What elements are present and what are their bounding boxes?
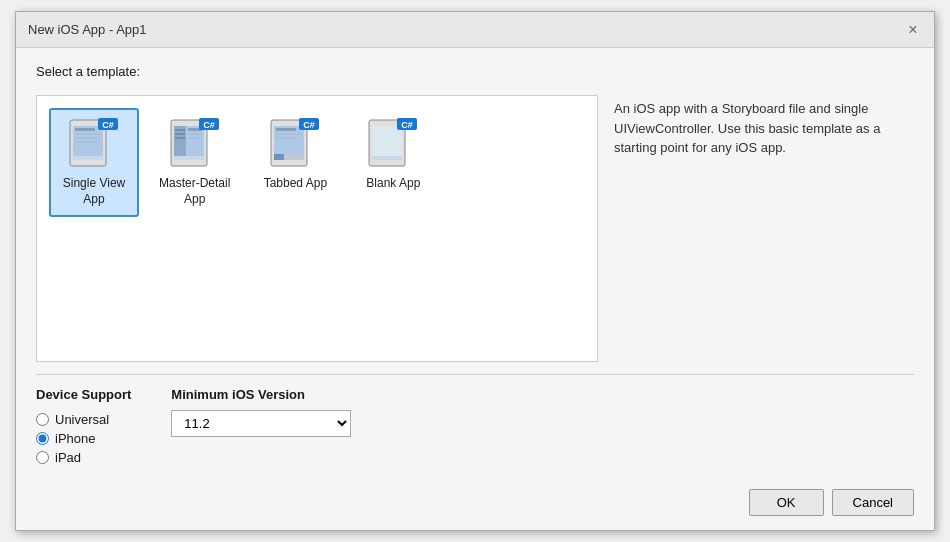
cancel-button[interactable]: Cancel [832,489,914,516]
svg-rect-29 [294,154,304,160]
svg-text:C#: C# [203,120,215,130]
dialog-footer: OK Cancel [16,479,934,530]
template-single-view[interactable]: C# Single ViewApp [49,108,139,217]
template-panel: C# Single ViewApp [36,95,598,362]
radio-ipad[interactable]: iPad [36,450,131,465]
svg-rect-27 [274,154,284,160]
master-detail-icon: C# [167,118,223,170]
svg-rect-25 [276,137,298,139]
radio-ipad-input[interactable] [36,451,49,464]
svg-rect-24 [276,133,302,135]
svg-rect-6 [73,156,103,160]
ios-version-select[interactable]: 8.0 9.0 10.0 11.0 11.1 11.2 11.3 [171,410,351,437]
svg-rect-3 [75,133,101,135]
tabbed-app-label: Tabbed App [264,176,327,192]
device-support-title: Device Support [36,387,131,402]
close-button[interactable]: × [904,21,922,39]
svg-text:C#: C# [402,120,414,130]
main-content: C# Single ViewApp [36,95,914,362]
new-ios-app-dialog: New iOS App - App1 × Select a template: [15,11,935,531]
svg-rect-12 [175,129,185,131]
single-view-label: Single ViewApp [63,176,125,207]
dialog-body: Select a template: [16,48,934,479]
device-radio-group: Universal iPhone iPad [36,412,131,465]
svg-rect-5 [75,141,99,143]
svg-rect-23 [276,128,296,131]
template-grid: C# Single ViewApp [49,108,585,217]
template-description: An iOS app with a Storyboard file and si… [614,101,880,155]
svg-rect-17 [188,137,200,139]
ok-button[interactable]: OK [749,489,824,516]
radio-iphone-input[interactable] [36,432,49,445]
svg-rect-13 [175,133,185,135]
bottom-section: Device Support Universal iPhone iPad [36,374,914,465]
svg-text:C#: C# [304,120,316,130]
blank-app-icon: C# [365,118,421,170]
title-bar: New iOS App - App1 × [16,12,934,48]
min-ios-title: Minimum iOS Version [171,387,351,402]
svg-rect-11 [174,126,186,160]
svg-rect-28 [284,154,294,160]
tabbed-app-icon: C# [267,118,323,170]
svg-rect-2 [75,128,95,131]
radio-iphone[interactable]: iPhone [36,431,131,446]
dialog-title: New iOS App - App1 [28,22,147,37]
svg-rect-34 [372,156,402,160]
svg-rect-16 [188,133,202,135]
device-support-section: Device Support Universal iPhone iPad [36,387,131,465]
template-blank-app[interactable]: C# Blank App [348,108,438,202]
master-detail-label: Master-DetailApp [159,176,230,207]
svg-rect-33 [372,126,402,160]
min-ios-section: Minimum iOS Version 8.0 9.0 10.0 11.0 11… [171,387,351,437]
svg-rect-18 [174,156,204,160]
svg-rect-4 [75,137,97,139]
radio-universal[interactable]: Universal [36,412,131,427]
radio-universal-input[interactable] [36,413,49,426]
template-tabbed-app[interactable]: C# Tabbed App [250,108,340,202]
blank-app-label: Blank App [366,176,420,192]
radio-ipad-label: iPad [55,450,81,465]
description-panel: An iOS app with a Storyboard file and si… [614,95,914,362]
radio-iphone-label: iPhone [55,431,95,446]
template-master-detail[interactable]: C# Master-DetailApp [147,108,242,217]
select-template-label: Select a template: [36,64,914,79]
radio-universal-label: Universal [55,412,109,427]
svg-text:C#: C# [102,120,114,130]
single-view-icon: C# [66,118,122,170]
svg-rect-14 [175,137,185,139]
